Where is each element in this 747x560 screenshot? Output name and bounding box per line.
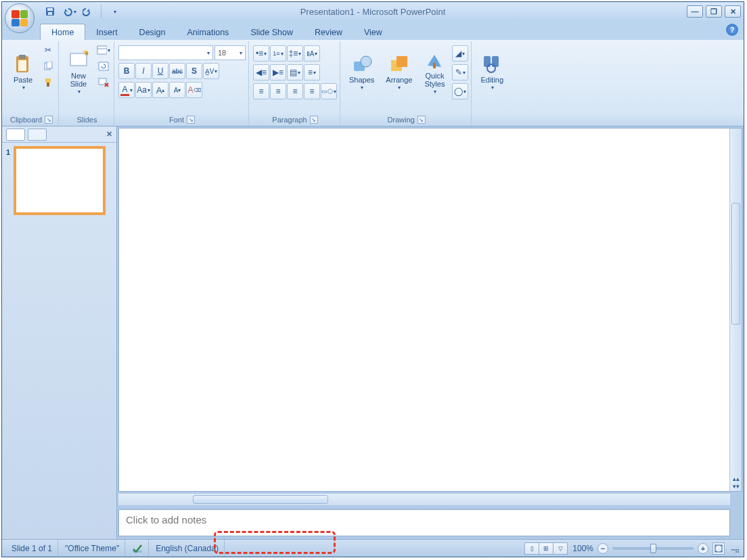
next-slide-icon[interactable]: ▾▾ [733,483,740,490]
numbering-button[interactable]: 1≡▾ [270,45,286,62]
clear-formatting-button[interactable]: A⌫ [186,82,202,98]
slider-handle[interactable] [650,544,656,553]
shape-fill-button[interactable]: ◢▾ [452,45,468,62]
dialog-launcher[interactable]: ↘ [310,116,318,124]
dialog-launcher[interactable]: ↘ [45,116,53,124]
slide-indicator[interactable]: Slide 1 of 1 [6,540,58,557]
prev-slide-icon[interactable]: ▴▴ [733,475,740,482]
align-right-button[interactable]: ≡ [287,83,303,99]
delete-slide-button[interactable] [96,75,111,90]
strike-button[interactable]: abc [169,63,185,79]
font-color-button[interactable]: A▾ [118,82,135,98]
tab-view[interactable]: View [353,24,393,40]
resize-grip[interactable] [730,544,740,553]
char-spacing-button[interactable]: A͍V▾ [203,63,219,79]
title-bar: ▾ ▾ Presentation1 - Microsoft PowerPoint… [2,2,744,21]
shrink-font-button[interactable]: A▾ [169,82,185,98]
brush-icon [43,78,53,87]
restore-button[interactable]: ❐ [706,5,722,18]
justify-button[interactable]: ≡ [304,83,320,99]
outline-tab[interactable] [28,129,47,141]
tab-design[interactable]: Design [129,24,177,40]
dialog-launcher[interactable]: ↘ [187,116,195,124]
spellcheck-button[interactable] [127,540,149,557]
dialog-launcher[interactable]: ↘ [417,116,426,124]
smartart-button[interactable]: ▭⬡▾ [321,83,337,99]
line-spacing-button[interactable]: ‡≡▾ [287,45,303,62]
theme-indicator[interactable]: "Office Theme" [60,540,125,557]
vertical-scrollbar[interactable]: ▴▴ ▾▾ [729,129,742,491]
format-painter-button[interactable] [41,75,55,90]
tab-insert[interactable]: Insert [85,24,128,40]
grow-font-button[interactable]: A▴ [152,82,168,98]
align-text-button[interactable]: ≡▾ [304,64,320,80]
bold-button[interactable]: B [118,63,135,79]
help-button[interactable]: ? [726,24,738,36]
horizontal-scrollbar[interactable] [118,493,730,505]
shadow-button[interactable]: S [186,63,202,79]
sorter-view-button[interactable]: ⊞ [539,542,553,555]
reset-button[interactable] [96,59,111,74]
scroll-thumb[interactable] [193,495,328,504]
align-left-button[interactable]: ≡ [253,83,269,99]
font-size-combo[interactable]: 18▾ [214,45,246,60]
layout-icon [97,45,107,55]
paste-icon [12,53,34,75]
slide-canvas[interactable] [119,129,729,491]
pane-close-button[interactable]: ✕ [106,130,112,139]
paste-button[interactable]: Paste ▾ [7,43,39,101]
minimize-button[interactable]: — [687,5,703,18]
zoom-in-button[interactable]: + [698,543,708,554]
shape-outline-button[interactable]: ✎▾ [452,64,468,80]
editing-button[interactable]: Editing▾ [476,43,508,101]
fit-to-window-button[interactable] [712,542,725,555]
svg-rect-13 [97,46,107,54]
tab-review[interactable]: Review [304,24,353,40]
text-direction-button[interactable]: ⅡA▾ [304,45,320,62]
redo-button[interactable] [81,4,95,19]
ribbon-tabs: Home Insert Design Animations Slide Show… [2,21,744,40]
shapes-button[interactable]: Shapes▾ [344,43,379,101]
zoom-level[interactable]: 100% [572,544,593,553]
layout-button[interactable]: ▾ [96,43,111,57]
cut-button[interactable]: ✂ [41,43,55,57]
new-slide-button[interactable]: ★ New Slide ▾ [63,43,94,101]
align-center-button[interactable]: ≡ [270,83,286,99]
shape-effects-button[interactable]: ◯▾ [452,83,468,99]
undo-button[interactable]: ▾ [62,4,76,19]
svg-rect-20 [397,56,407,67]
tab-slideshow[interactable]: Slide Show [240,24,304,40]
slides-tab[interactable] [6,129,25,141]
font-name-combo[interactable]: ▾ [118,45,213,60]
columns-button[interactable]: ▤▾ [287,64,303,80]
tab-home[interactable]: Home [40,24,85,40]
save-button[interactable] [43,4,58,19]
arrange-button[interactable]: Arrange▾ [381,43,417,101]
copy-button[interactable] [41,59,55,74]
notes-pane[interactable]: Click to add notes [118,509,730,536]
language-indicator[interactable]: English (Canada) [150,540,225,557]
tab-animations[interactable]: Animations [177,24,240,40]
italic-button[interactable]: I [135,63,152,79]
normal-view-button[interactable]: ▯ [524,542,539,555]
bullets-button[interactable]: •≡▾ [253,45,269,62]
underline-button[interactable]: U [152,63,168,79]
group-label: Font [169,116,184,124]
close-button[interactable]: ✕ [725,5,741,18]
qat-customize[interactable]: ▾ [107,4,122,19]
thumbnail-item[interactable]: 1 [6,148,112,213]
quick-styles-button[interactable]: Quick Styles▾ [419,43,450,101]
columns-icon: ▤ [290,68,297,77]
decrease-indent-button[interactable]: ◀≡ [253,64,269,80]
scroll-thumb[interactable] [731,203,740,325]
bucket-icon: ◢ [455,49,461,58]
change-case-button[interactable]: Aa▾ [135,82,152,98]
increase-indent-button[interactable]: ▶≡ [270,64,286,80]
group-font: ▾ 18▾ B I U abc S A͍V▾ A▾ Aa▾ A▴ [116,41,249,126]
office-button[interactable] [5,3,35,33]
zoom-out-button[interactable]: − [597,543,608,554]
slide-thumbnail[interactable] [16,148,104,213]
slideshow-view-button[interactable]: ▽ [553,542,568,555]
spellcheck-icon [132,544,143,553]
zoom-slider[interactable] [612,547,694,550]
